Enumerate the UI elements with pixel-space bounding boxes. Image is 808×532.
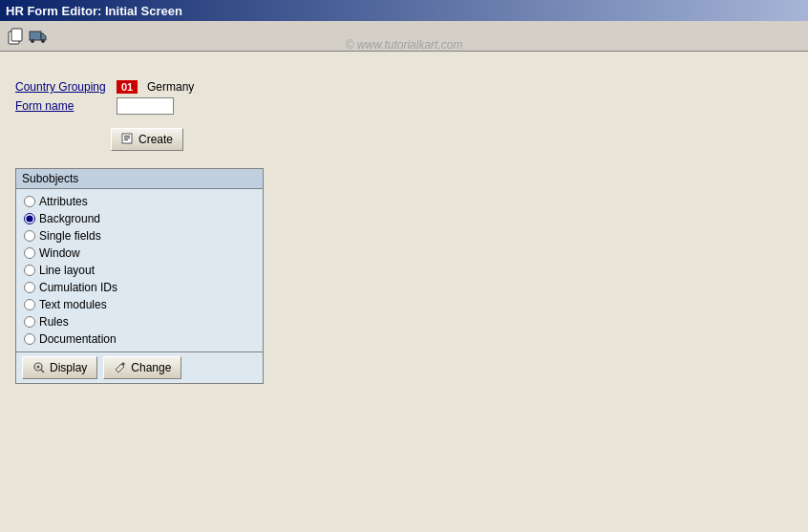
- radio-single-fields-label: Single fields: [39, 229, 101, 243]
- form-name-input[interactable]: [117, 97, 174, 115]
- radio-cumulation-ids-label: Cumulation IDs: [39, 281, 117, 294]
- form-section: Country Grouping 01 Germany Form name: [15, 80, 793, 151]
- svg-point-5: [41, 39, 45, 43]
- radio-rules-input[interactable]: [24, 316, 35, 328]
- country-grouping-value[interactable]: 01: [117, 80, 138, 94]
- subobjects-header: Subobjects: [16, 169, 263, 189]
- radio-window-label: Window: [39, 246, 80, 260]
- svg-line-12: [41, 370, 44, 372]
- main-content: Country Grouping 01 Germany Form name: [0, 52, 808, 532]
- create-button[interactable]: Create: [111, 128, 183, 151]
- svg-rect-1: [11, 29, 22, 41]
- subobjects-panel: Subobjects Attributes Background Single …: [15, 168, 264, 384]
- svg-rect-7: [124, 136, 130, 137]
- radio-text-modules-label: Text modules: [39, 298, 107, 311]
- radio-cumulation-ids[interactable]: Cumulation IDs: [24, 279, 255, 296]
- display-icon: [32, 360, 46, 376]
- radio-single-fields[interactable]: Single fields: [24, 227, 255, 245]
- copy-icon[interactable]: [6, 27, 25, 46]
- form-name-row: Form name: [15, 97, 793, 115]
- radio-rules[interactable]: Rules: [24, 313, 255, 330]
- country-grouping-label[interactable]: Country Grouping: [15, 80, 111, 94]
- radio-documentation-input[interactable]: [24, 333, 35, 345]
- svg-point-4: [31, 39, 34, 43]
- change-button-label: Change: [131, 361, 171, 374]
- radio-background[interactable]: Background: [24, 210, 255, 227]
- create-button-row: Create: [111, 128, 793, 151]
- subobjects-footer: Display Change: [16, 351, 263, 383]
- change-icon: [114, 360, 127, 376]
- radio-window[interactable]: Window: [24, 245, 255, 262]
- radio-attributes[interactable]: Attributes: [24, 193, 255, 210]
- radio-cumulation-ids-input[interactable]: [24, 282, 35, 293]
- country-name: Germany: [147, 80, 194, 94]
- display-button-label: Display: [50, 361, 87, 374]
- create-button-icon: [121, 132, 135, 148]
- svg-marker-3: [41, 33, 46, 40]
- radio-background-label: Background: [39, 212, 100, 225]
- radio-single-fields-input[interactable]: [24, 230, 35, 242]
- country-grouping-row: Country Grouping 01 Germany: [15, 80, 793, 94]
- create-button-label: Create: [138, 133, 173, 146]
- display-button[interactable]: Display: [22, 356, 97, 379]
- toolbar: [0, 21, 808, 52]
- svg-rect-2: [30, 32, 41, 40]
- radio-text-modules[interactable]: Text modules: [24, 296, 255, 313]
- radio-window-input[interactable]: [24, 247, 35, 259]
- radio-attributes-input[interactable]: [24, 196, 35, 207]
- radio-line-layout-label: Line layout: [39, 264, 95, 277]
- radio-line-layout-input[interactable]: [24, 265, 35, 276]
- radio-line-layout[interactable]: Line layout: [24, 262, 255, 279]
- radio-rules-label: Rules: [39, 315, 69, 329]
- radio-attributes-label: Attributes: [39, 195, 88, 208]
- window-title: HR Form Editor: Initial Screen: [6, 4, 182, 18]
- svg-point-11: [37, 365, 40, 368]
- subobjects-list: Attributes Background Single fields Wind…: [16, 189, 263, 351]
- form-name-label[interactable]: Form name: [15, 99, 111, 113]
- svg-rect-9: [124, 139, 128, 140]
- radio-background-input[interactable]: [24, 213, 35, 224]
- radio-text-modules-input[interactable]: [24, 299, 35, 310]
- radio-documentation[interactable]: Documentation: [24, 330, 255, 348]
- change-button[interactable]: Change: [103, 356, 181, 379]
- title-bar: HR Form Editor: Initial Screen: [0, 0, 808, 21]
- truck-icon[interactable]: [29, 27, 48, 46]
- svg-rect-8: [124, 138, 130, 138]
- radio-documentation-label: Documentation: [39, 332, 117, 346]
